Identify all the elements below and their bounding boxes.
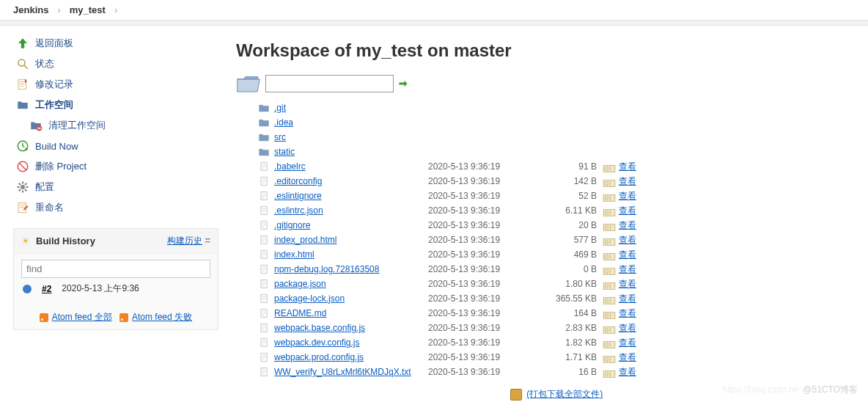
file-name[interactable]: .babelrc xyxy=(274,159,428,174)
fingerprint-icon[interactable] xyxy=(603,294,616,303)
fingerprint-icon[interactable] xyxy=(603,191,616,200)
file-date: 2020-5-13 9:36:19 xyxy=(428,365,538,379)
file-name[interactable]: .gitignore xyxy=(274,218,428,233)
file-icon xyxy=(258,367,270,377)
file-date: 2020-5-13 9:36:19 xyxy=(428,321,538,335)
file-view-link[interactable]: 查看 xyxy=(619,306,636,321)
file-view-link[interactable]: 查看 xyxy=(619,277,636,291)
file-name[interactable]: webpack.prod.config.js xyxy=(274,350,428,365)
folder-name[interactable]: .idea xyxy=(274,115,428,130)
breadcrumb-job[interactable]: my_test xyxy=(70,4,106,15)
file-view-link[interactable]: 查看 xyxy=(619,262,636,277)
fingerprint-icon[interactable] xyxy=(603,279,616,288)
file-date: 2020-5-13 9:36:19 xyxy=(428,218,538,233)
fingerprint-icon[interactable] xyxy=(603,324,616,332)
sidebar-item-build-now[interactable]: Build Now xyxy=(13,136,218,156)
fingerprint-icon[interactable] xyxy=(603,177,616,186)
file-name[interactable]: webpack.dev.config.js xyxy=(274,335,428,350)
file-icon xyxy=(258,176,270,186)
fingerprint-icon[interactable] xyxy=(603,338,616,347)
file-size: 164 B xyxy=(538,306,600,321)
sidebar-item-workspace[interactable]: 工作空间 xyxy=(13,95,218,115)
sidebar-item-label: 重命名 xyxy=(35,201,64,214)
file-name[interactable]: index.html xyxy=(274,247,428,262)
folder-delete-icon xyxy=(29,119,43,132)
file-view-link[interactable]: 查看 xyxy=(619,365,636,379)
file-view-link[interactable]: 查看 xyxy=(619,321,636,335)
file-view-link[interactable]: 查看 xyxy=(619,291,636,306)
folder-row[interactable]: .idea xyxy=(258,115,855,130)
arrow-up-icon xyxy=(16,37,29,50)
file-view-link[interactable]: 查看 xyxy=(619,335,636,350)
file-name[interactable]: .eslintignore xyxy=(274,189,428,203)
watermark: https://blog.csdn.ne@51CTO博客 xyxy=(722,384,858,396)
sidebar-item-status[interactable]: 状态 xyxy=(13,54,218,74)
atom-all-link[interactable]: Atom feed 全部 xyxy=(52,312,112,322)
fingerprint-icon[interactable] xyxy=(603,368,616,376)
folder-name[interactable]: static xyxy=(274,145,428,159)
file-name[interactable]: .eslintrc.json xyxy=(274,203,428,218)
build-row[interactable]: #2 2020-5-13 上午9:36 xyxy=(21,278,210,299)
file-name[interactable]: package-lock.json xyxy=(274,291,428,306)
sidebar-item-label: Build Now xyxy=(35,141,78,152)
file-view-link[interactable]: 查看 xyxy=(619,203,636,218)
file-view-link[interactable]: 查看 xyxy=(619,159,636,174)
rss-icon xyxy=(40,313,48,322)
sidebar-item-back[interactable]: 返回面板 xyxy=(13,33,218,54)
file-size: 6.11 KB xyxy=(538,203,600,218)
file-icon xyxy=(258,264,270,274)
folder-icon xyxy=(258,103,270,113)
fingerprint-icon[interactable] xyxy=(603,162,616,171)
build-id[interactable]: #2 xyxy=(42,284,51,294)
file-view-link[interactable]: 查看 xyxy=(619,174,636,189)
folder-row[interactable]: .git xyxy=(258,100,855,115)
file-name[interactable]: index_prod.html xyxy=(274,233,428,247)
fingerprint-icon[interactable] xyxy=(603,235,616,244)
sidebar-item-label: 修改记录 xyxy=(35,78,73,91)
file-view-link[interactable]: 查看 xyxy=(619,218,636,233)
folder-name[interactable]: src xyxy=(274,130,428,145)
fingerprint-icon[interactable] xyxy=(603,265,616,274)
sidebar-item-configure[interactable]: 配置 xyxy=(13,177,218,197)
file-name[interactable]: webpack.base.config.js xyxy=(274,321,428,335)
folder-icon xyxy=(258,117,270,128)
workspace-path-input[interactable] xyxy=(265,75,394,92)
file-size: 577 B xyxy=(538,233,600,247)
fingerprint-icon[interactable] xyxy=(603,250,616,259)
svg-rect-2 xyxy=(18,79,26,89)
file-icon xyxy=(258,205,270,216)
fingerprint-icon[interactable] xyxy=(603,221,616,230)
folder-name[interactable]: .git xyxy=(274,100,428,115)
build-trend-link[interactable]: 构建历史 xyxy=(167,235,202,246)
file-view-link[interactable]: 查看 xyxy=(619,247,636,262)
file-name[interactable]: npm-debug.log.728163508 xyxy=(274,262,428,277)
file-view-link[interactable]: 查看 xyxy=(619,233,636,247)
breadcrumb: Jenkins › my_test › xyxy=(0,0,868,20)
file-row: package-lock.json2020-5-13 9:36:19365.55… xyxy=(258,291,855,306)
file-row: .eslintignore2020-5-13 9:36:1952 B查看 xyxy=(258,189,855,203)
file-name[interactable]: package.json xyxy=(274,277,428,291)
file-view-link[interactable]: 查看 xyxy=(619,350,636,365)
folder-row[interactable]: static xyxy=(258,145,855,159)
file-name[interactable]: WW_verify_U8rLxMrl6tKMDJqX.txt xyxy=(274,365,428,379)
atom-fail-link[interactable]: Atom feed 失败 xyxy=(132,312,192,322)
sidebar-item-wipe[interactable]: 清理工作空间 xyxy=(13,115,218,136)
go-arrow-icon[interactable] xyxy=(398,78,408,89)
build-find-input[interactable] xyxy=(21,260,210,278)
sidebar-item-rename[interactable]: 重命名 xyxy=(13,197,218,218)
fingerprint-icon[interactable] xyxy=(603,353,616,362)
file-row: package.json2020-5-13 9:36:191.80 KB查看 xyxy=(258,277,855,291)
sidebar-item-changes[interactable]: 修改记录 xyxy=(13,74,218,95)
folder-icon xyxy=(258,147,270,157)
folder-row[interactable]: src xyxy=(258,130,855,145)
breadcrumb-home[interactable]: Jenkins xyxy=(13,4,48,15)
download-all-link[interactable]: (打包下载全部文件) xyxy=(526,389,603,399)
fingerprint-icon[interactable] xyxy=(603,206,616,215)
collapse-icon[interactable]: = xyxy=(205,235,210,246)
file-row: .editorconfig2020-5-13 9:36:19142 B查看 xyxy=(258,174,855,189)
file-name[interactable]: .editorconfig xyxy=(274,174,428,189)
file-view-link[interactable]: 查看 xyxy=(619,189,636,203)
fingerprint-icon[interactable] xyxy=(603,309,616,318)
sidebar-item-delete[interactable]: 删除 Project xyxy=(13,156,218,177)
file-name[interactable]: README.md xyxy=(274,306,428,321)
